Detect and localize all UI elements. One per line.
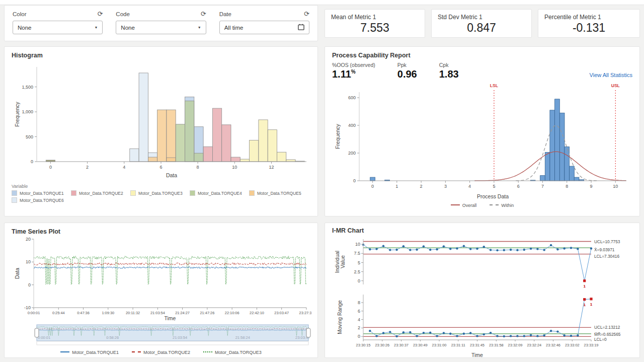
metric-label: Std Dev Metric 1 <box>438 14 525 21</box>
svg-text:LCL=0: LCL=0 <box>594 337 607 342</box>
svg-text:4: 4 <box>358 317 360 322</box>
metric-card-percentile: Percentile of Metric 1 -0.131 <box>538 9 640 38</box>
legend-item: Motor_Data.TORQUE2 <box>71 190 130 196</box>
svg-text:200: 200 <box>348 151 356 156</box>
svg-text:UCL=2.13212: UCL=2.13212 <box>594 325 620 330</box>
svg-text:12: 12 <box>269 165 274 170</box>
svg-text:X̄=9.03971: X̄=9.03971 <box>594 247 615 252</box>
svg-text:5: 5 <box>358 260 360 265</box>
svg-text:600: 600 <box>348 95 356 100</box>
legend-item: Motor_Data.TORQUE4 <box>190 190 249 196</box>
svg-text:1:09:30: 1:09:30 <box>102 311 114 315</box>
svg-text:LCL=7.30416: LCL=7.30416 <box>594 254 619 259</box>
refresh-icon[interactable]: ⟳ <box>201 11 206 17</box>
svg-text:10: 10 <box>26 259 31 264</box>
imr-panel: I-MR Chart 102.557.510UCL=10.7753X̄=9.03… <box>325 223 640 358</box>
legend-item: Motor_Data.TORQUE3 <box>130 190 190 196</box>
capability-chart: LSLUSL0123456789100200400600FrequencyPro… <box>332 80 632 202</box>
legend-swatch <box>60 351 69 352</box>
svg-text:0:25:44: 0:25:44 <box>52 311 65 315</box>
svg-text:23:31:11: 23:31:11 <box>451 343 465 347</box>
svg-text:Moving Range: Moving Range <box>337 300 343 334</box>
svg-text:6: 6 <box>358 309 360 314</box>
metric-label: Percentile of Metric 1 <box>544 14 633 21</box>
legend-swatch <box>130 190 136 196</box>
capability-legend: Overall Within <box>332 203 632 208</box>
svg-text:Frequency: Frequency <box>335 123 341 149</box>
moving-range-chart: 110246823:30:1523:30:2623:30:3723:30:492… <box>332 292 632 361</box>
svg-text:9: 9 <box>590 184 592 189</box>
date-range-field[interactable]: All time <box>219 21 309 34</box>
timeseries-panel: Time Series Plot -10010200:00:010:25:440… <box>4 223 318 358</box>
timeseries-plot: -10010200:00:010:25:440:47:361:09:3020:1… <box>12 236 311 322</box>
filter-code-label: Code <box>116 11 130 17</box>
svg-text:23:31:58: 23:31:58 <box>489 343 504 347</box>
color-dropdown-value: None <box>18 25 32 31</box>
timeseries-chart: -10010200:00:010:25:440:47:361:09:3020:1… <box>12 236 310 324</box>
svg-text:23:30:37: 23:30:37 <box>394 343 409 347</box>
svg-text:1: 1 <box>395 184 398 189</box>
timeseries-brush: 0:00:010:58:2621:03:5421:58:2423:03:47 <box>12 324 311 347</box>
legend-item: Motor_Data.TORQUE1 <box>12 190 71 196</box>
svg-text:2: 2 <box>420 184 423 189</box>
color-dropdown[interactable]: None ▼ <box>13 21 103 34</box>
brush-handle-right[interactable] <box>306 328 310 337</box>
refresh-icon[interactable]: ⟳ <box>304 11 309 17</box>
moving-range-plot: 110246823:30:1523:30:2623:30:3723:30:492… <box>332 292 633 359</box>
legend-item: Motor_Data.TORQUE5 <box>249 190 308 196</box>
svg-text:M̄R̄=0.652565: M̄R̄=0.652565 <box>594 332 621 337</box>
filter-color-label: Color <box>13 11 26 17</box>
refresh-icon[interactable]: ⟳ <box>97 11 103 17</box>
svg-text:23:27:39: 23:27:39 <box>299 311 311 315</box>
stat-oos: %OOS (observed) 1.11% <box>332 62 375 79</box>
view-all-statistics-link[interactable]: View All Statistics <box>590 72 632 79</box>
chevron-down-icon: ▼ <box>198 26 201 29</box>
panel-title: Process Capability Report <box>332 52 632 59</box>
legend-item: Within <box>490 203 514 208</box>
svg-text:1,500: 1,500 <box>22 85 33 90</box>
timeseries-legend: Motor_Data.TORQUE1 Motor_Data.TORQUE2 Mo… <box>12 350 310 355</box>
svg-text:500: 500 <box>26 134 33 139</box>
svg-text:6: 6 <box>159 165 162 170</box>
svg-text:Data: Data <box>14 268 20 279</box>
legend-swatch <box>249 190 255 196</box>
svg-text:8: 8 <box>358 300 360 305</box>
svg-text:LSL: LSL <box>490 83 498 88</box>
svg-text:2.5: 2.5 <box>354 269 360 274</box>
svg-text:0: 0 <box>49 165 52 170</box>
legend-swatch <box>190 190 195 196</box>
svg-text:0: 0 <box>358 278 360 283</box>
svg-text:21:03:54: 21:03:54 <box>173 335 187 340</box>
time-range-brush[interactable]: 0:00:010:58:2621:03:5421:58:2423:03:47 <box>12 324 310 349</box>
legend-item: Motor_Data.TORQUE3 <box>203 350 262 355</box>
svg-text:IndividualValue: IndividualValue <box>334 251 346 273</box>
filter-date-label: Date <box>219 11 231 17</box>
legend-item: Motor_Data.TORQUE6 <box>12 197 71 203</box>
svg-text:21:24:27: 21:24:27 <box>175 311 190 315</box>
chevron-down-icon: ▼ <box>94 26 98 29</box>
svg-text:1: 1 <box>583 303 586 307</box>
legend-swatch <box>12 197 17 203</box>
svg-text:-10: -10 <box>24 305 31 310</box>
svg-text:22:42:10: 22:42:10 <box>250 311 264 315</box>
legend-item: Motor_Data.TORQUE1 <box>60 350 119 355</box>
capability-panel: Process Capability Report %OOS (observed… <box>325 46 640 216</box>
svg-text:10: 10 <box>355 242 360 247</box>
filter-date: Date ⟳ All time <box>219 11 309 36</box>
svg-text:0: 0 <box>353 178 356 183</box>
top-strip <box>0 0 644 5</box>
brush-handle-left[interactable] <box>35 328 39 337</box>
histogram-panel: Histogram 02468101205001,0001,500Frequen… <box>4 46 318 216</box>
histogram-legend: Variable Motor_Data.TORQUE1 Motor_Data.T… <box>12 184 310 204</box>
svg-text:3: 3 <box>444 184 447 189</box>
panel-title: I-MR Chart <box>332 227 632 234</box>
metric-value: 7.553 <box>331 21 419 35</box>
capability-plot: LSLUSL0123456789100200400600FrequencyPro… <box>332 80 633 200</box>
code-dropdown[interactable]: None ▼ <box>116 21 206 34</box>
legend-swatch <box>490 204 499 205</box>
legend-item: Overall <box>451 203 477 208</box>
capability-stats: %OOS (observed) 1.11% Ppk 0.96 Cpk 1.83 … <box>332 62 632 79</box>
svg-text:400: 400 <box>348 123 356 128</box>
svg-text:1: 1 <box>583 284 586 288</box>
legend-swatch <box>451 204 460 205</box>
